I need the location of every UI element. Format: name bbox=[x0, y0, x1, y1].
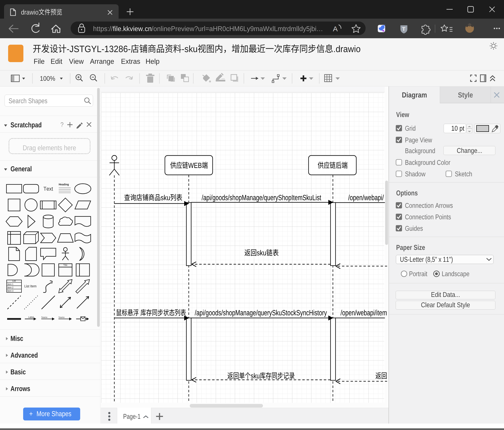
svg-text:A: A bbox=[333, 25, 338, 33]
svg-text:T: T bbox=[402, 26, 405, 32]
